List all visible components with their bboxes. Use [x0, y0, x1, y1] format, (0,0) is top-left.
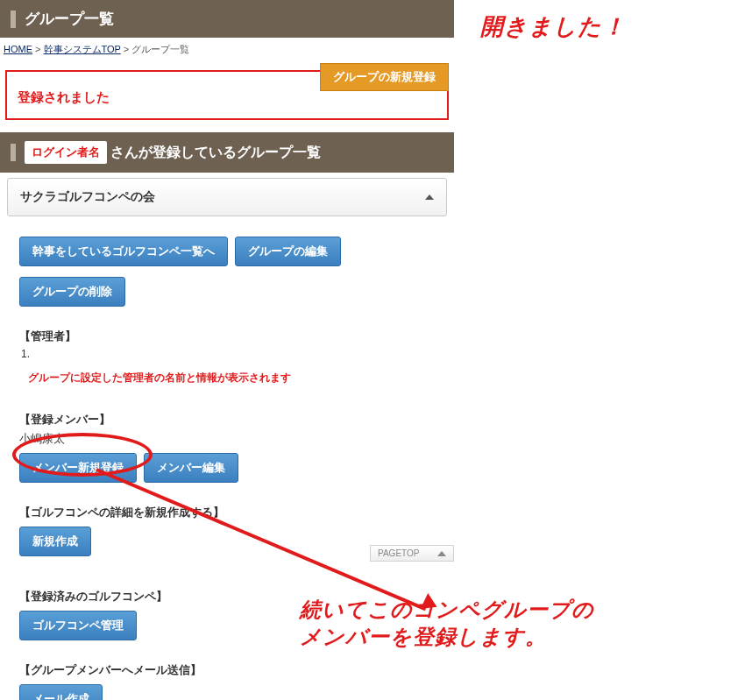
compe-detail-heading: 【ゴルフコンペの詳細を新規作成する】: [19, 505, 435, 520]
breadcrumb-current: グループ一覧: [131, 44, 189, 54]
edit-member-button[interactable]: メンバー編集: [144, 453, 238, 483]
header-stripe-icon: [11, 11, 16, 28]
app-panel: グループ一覧 HOME > 幹事システムTOP > グループ一覧 グループの新規…: [0, 0, 454, 700]
list-number: 1.: [21, 348, 435, 360]
new-group-button[interactable]: グループの新規登録: [320, 63, 449, 91]
admin-heading: 【管理者】: [19, 329, 435, 344]
accordion-title: サクラゴルフコンペの会: [20, 189, 155, 205]
new-member-button[interactable]: メンバー新規登録: [19, 453, 137, 483]
section-stripe-icon: [11, 144, 16, 161]
admin-note-box: グループに設定した管理者の名前と情報が表示されます: [19, 364, 435, 392]
chevron-up-icon: [425, 194, 434, 200]
page-header: グループ一覧: [0, 0, 454, 38]
alert-box: グループの新規登録 登録されました: [5, 70, 449, 120]
triangle-up-icon: [437, 551, 446, 556]
compe-manage-button[interactable]: ゴルフコンペ管理: [19, 611, 137, 640]
section-header: ログイン者名 さんが登録しているグループ一覧: [0, 132, 454, 173]
compe-list-button[interactable]: 幹事をしているゴルフコンペ一覧へ: [19, 237, 228, 266]
delete-group-button[interactable]: グループの削除: [19, 277, 125, 307]
button-row: メンバー新規登録 メンバー編集: [19, 450, 435, 485]
pagetop-label: PAGETOP: [378, 548, 419, 558]
breadcrumb-sep: >: [121, 44, 132, 54]
page-title: グループ一覧: [25, 9, 114, 29]
breadcrumb-sep: >: [32, 44, 44, 54]
admin-note: グループに設定した管理者の名前と情報が表示されます: [28, 371, 291, 384]
accordion-body: 幹事をしているゴルフコンペ一覧へ グループの編集 グループの削除 【管理者】 1…: [0, 222, 454, 700]
registered-compe-heading: 【登録済みのゴルフコンペ】: [19, 589, 435, 605]
mail-send-heading: 【グループメンバーへメール送信】: [19, 662, 435, 678]
accordion-toggle[interactable]: サクラゴルフコンペの会: [7, 178, 447, 216]
members-heading: 【登録メンバー】: [19, 412, 435, 428]
login-name-badge: ログイン者名: [25, 141, 107, 164]
button-row: グループの削除: [19, 274, 435, 309]
button-row: ゴルフコンペ管理: [19, 608, 435, 643]
edit-group-button[interactable]: グループの編集: [235, 237, 341, 266]
section-title: さんが登録しているグループ一覧: [110, 144, 321, 162]
pagetop-button[interactable]: PAGETOP: [370, 545, 454, 562]
alert-message: 登録されました: [18, 89, 436, 106]
button-row: 幹事をしているゴルフコンペ一覧へ グループの編集: [19, 234, 435, 269]
button-row: メール作成: [19, 682, 435, 700]
new-create-button[interactable]: 新規作成: [19, 527, 91, 556]
mail-create-button[interactable]: メール作成: [19, 684, 103, 700]
annotation-opened: 開きました！: [480, 12, 626, 42]
breadcrumb-home-link[interactable]: HOME: [4, 44, 32, 54]
breadcrumb-systemtop-link[interactable]: 幹事システムTOP: [44, 44, 121, 54]
breadcrumb: HOME > 幹事システムTOP > グループ一覧: [0, 38, 454, 63]
member-name: 小嶋康太: [19, 431, 435, 447]
